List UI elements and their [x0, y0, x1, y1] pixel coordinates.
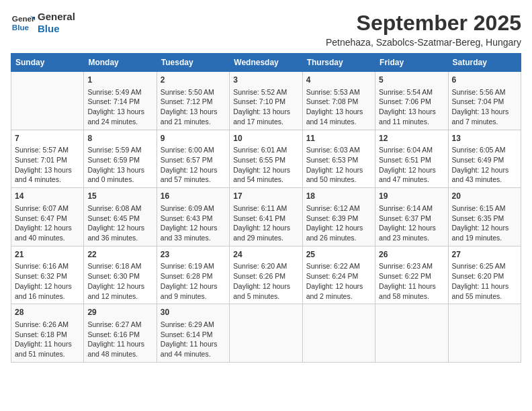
calendar-cell: 7Sunrise: 5:57 AM Sunset: 7:01 PM Daylig… — [11, 130, 84, 188]
day-info: Sunrise: 6:26 AM Sunset: 6:18 PM Dayligh… — [15, 320, 80, 359]
calendar-cell: 10Sunrise: 6:01 AM Sunset: 6:55 PM Dayli… — [230, 130, 302, 188]
day-number: 5 — [379, 75, 444, 86]
day-number: 12 — [379, 133, 444, 144]
calendar-week-row: 7Sunrise: 5:57 AM Sunset: 7:01 PM Daylig… — [11, 130, 521, 188]
svg-text:General: General — [12, 14, 35, 23]
calendar-cell: 17Sunrise: 6:11 AM Sunset: 6:41 PM Dayli… — [230, 188, 302, 246]
calendar-cell: 13Sunrise: 6:05 AM Sunset: 6:49 PM Dayli… — [448, 130, 521, 188]
day-info: Sunrise: 6:05 AM Sunset: 6:49 PM Dayligh… — [452, 145, 517, 185]
calendar-cell — [302, 304, 375, 363]
weekday-header: Monday — [84, 54, 157, 72]
day-number: 3 — [233, 75, 298, 86]
calendar-week-row: 1Sunrise: 5:49 AM Sunset: 7:14 PM Daylig… — [11, 72, 521, 130]
calendar-cell: 16Sunrise: 6:09 AM Sunset: 6:43 PM Dayli… — [157, 188, 229, 246]
logo-text: General Blue — [38, 11, 75, 35]
day-number: 23 — [161, 249, 226, 261]
location-title: Petnehaza, Szabolcs-Szatmar-Bereg, Hunga… — [326, 37, 521, 48]
day-number: 30 — [161, 307, 226, 318]
day-number: 14 — [15, 191, 80, 202]
day-info: Sunrise: 6:07 AM Sunset: 6:47 PM Dayligh… — [15, 203, 80, 243]
day-info: Sunrise: 6:11 AM Sunset: 6:41 PM Dayligh… — [233, 203, 298, 243]
day-number: 26 — [379, 249, 444, 261]
calendar-week-row: 14Sunrise: 6:07 AM Sunset: 6:47 PM Dayli… — [11, 188, 521, 246]
calendar-cell: 24Sunrise: 6:20 AM Sunset: 6:26 PM Dayli… — [230, 246, 302, 304]
calendar-cell: 9Sunrise: 6:00 AM Sunset: 6:57 PM Daylig… — [157, 130, 229, 188]
calendar-week-row: 28Sunrise: 6:26 AM Sunset: 6:18 PM Dayli… — [11, 304, 521, 363]
day-number: 24 — [233, 249, 298, 261]
day-info: Sunrise: 6:27 AM Sunset: 6:16 PM Dayligh… — [87, 320, 152, 359]
calendar-cell: 11Sunrise: 6:03 AM Sunset: 6:53 PM Dayli… — [302, 130, 375, 188]
day-info: Sunrise: 5:49 AM Sunset: 7:14 PM Dayligh… — [87, 87, 152, 127]
calendar-cell: 29Sunrise: 6:27 AM Sunset: 6:16 PM Dayli… — [84, 304, 157, 363]
day-info: Sunrise: 5:59 AM Sunset: 6:59 PM Dayligh… — [87, 145, 152, 185]
day-info: Sunrise: 5:54 AM Sunset: 7:06 PM Dayligh… — [379, 87, 444, 127]
calendar-cell: 26Sunrise: 6:23 AM Sunset: 6:22 PM Dayli… — [375, 246, 448, 304]
day-info: Sunrise: 6:01 AM Sunset: 6:55 PM Dayligh… — [233, 145, 298, 185]
day-info: Sunrise: 6:22 AM Sunset: 6:24 PM Dayligh… — [306, 261, 371, 301]
day-number: 21 — [15, 249, 80, 261]
day-info: Sunrise: 5:50 AM Sunset: 7:12 PM Dayligh… — [161, 87, 226, 127]
day-number: 13 — [452, 133, 517, 144]
weekday-header: Sunday — [11, 54, 84, 72]
day-number: 22 — [87, 249, 152, 261]
calendar-cell: 3Sunrise: 5:52 AM Sunset: 7:10 PM Daylig… — [230, 72, 302, 130]
day-info: Sunrise: 6:16 AM Sunset: 6:32 PM Dayligh… — [15, 261, 80, 301]
header-row: SundayMondayTuesdayWednesdayThursdayFrid… — [11, 54, 521, 72]
logo-general: General — [38, 11, 75, 22]
weekday-header: Saturday — [448, 54, 521, 72]
day-number: 29 — [87, 307, 152, 318]
day-number: 15 — [87, 191, 152, 202]
calendar-cell: 4Sunrise: 5:53 AM Sunset: 7:08 PM Daylig… — [302, 72, 375, 130]
weekday-header: Thursday — [302, 54, 375, 72]
day-info: Sunrise: 5:52 AM Sunset: 7:10 PM Dayligh… — [233, 87, 298, 127]
day-number: 9 — [161, 133, 226, 144]
header: General Blue General Blue September 2025… — [11, 11, 521, 48]
calendar-cell — [11, 72, 84, 130]
day-number: 16 — [161, 191, 226, 202]
day-number: 1 — [87, 75, 152, 86]
calendar-cell: 25Sunrise: 6:22 AM Sunset: 6:24 PM Dayli… — [302, 246, 375, 304]
weekday-header: Friday — [375, 54, 448, 72]
calendar-cell: 8Sunrise: 5:59 AM Sunset: 6:59 PM Daylig… — [84, 130, 157, 188]
logo-icon: General Blue — [11, 11, 35, 35]
weekday-header: Wednesday — [230, 54, 302, 72]
calendar-cell — [448, 304, 521, 363]
svg-text:Blue: Blue — [12, 23, 30, 32]
calendar-cell: 20Sunrise: 6:15 AM Sunset: 6:35 PM Dayli… — [448, 188, 521, 246]
day-number: 19 — [379, 191, 444, 202]
calendar-cell: 5Sunrise: 5:54 AM Sunset: 7:06 PM Daylig… — [375, 72, 448, 130]
day-info: Sunrise: 6:08 AM Sunset: 6:45 PM Dayligh… — [87, 203, 152, 243]
day-number: 25 — [306, 249, 371, 261]
day-number: 27 — [452, 249, 517, 261]
calendar-cell: 18Sunrise: 6:12 AM Sunset: 6:39 PM Dayli… — [302, 188, 375, 246]
day-info: Sunrise: 6:14 AM Sunset: 6:37 PM Dayligh… — [379, 203, 444, 243]
title-area: September 2025 Petnehaza, Szabolcs-Szatm… — [326, 11, 521, 48]
calendar-cell — [230, 304, 302, 363]
day-number: 10 — [233, 133, 298, 144]
day-info: Sunrise: 6:04 AM Sunset: 6:51 PM Dayligh… — [379, 145, 444, 185]
day-info: Sunrise: 6:20 AM Sunset: 6:26 PM Dayligh… — [233, 261, 298, 301]
calendar-cell — [375, 304, 448, 363]
month-title: September 2025 — [326, 11, 521, 36]
day-info: Sunrise: 6:29 AM Sunset: 6:14 PM Dayligh… — [161, 320, 226, 359]
day-info: Sunrise: 5:57 AM Sunset: 7:01 PM Dayligh… — [15, 145, 80, 185]
calendar-cell: 14Sunrise: 6:07 AM Sunset: 6:47 PM Dayli… — [11, 188, 84, 246]
day-info: Sunrise: 6:12 AM Sunset: 6:39 PM Dayligh… — [306, 203, 371, 243]
day-number: 7 — [15, 133, 80, 144]
day-number: 28 — [15, 307, 80, 318]
day-info: Sunrise: 6:03 AM Sunset: 6:53 PM Dayligh… — [306, 145, 371, 185]
calendar-week-row: 21Sunrise: 6:16 AM Sunset: 6:32 PM Dayli… — [11, 246, 521, 304]
day-info: Sunrise: 6:25 AM Sunset: 6:20 PM Dayligh… — [452, 261, 517, 301]
day-number: 6 — [452, 75, 517, 86]
logo: General Blue General Blue — [11, 11, 75, 35]
calendar-cell: 15Sunrise: 6:08 AM Sunset: 6:45 PM Dayli… — [84, 188, 157, 246]
day-info: Sunrise: 5:56 AM Sunset: 7:04 PM Dayligh… — [452, 87, 517, 127]
logo-blue: Blue — [38, 23, 60, 34]
weekday-header: Tuesday — [157, 54, 229, 72]
calendar-cell: 19Sunrise: 6:14 AM Sunset: 6:37 PM Dayli… — [375, 188, 448, 246]
day-number: 4 — [306, 75, 371, 86]
day-number: 2 — [161, 75, 226, 86]
calendar-cell: 22Sunrise: 6:18 AM Sunset: 6:30 PM Dayli… — [84, 246, 157, 304]
calendar-cell: 23Sunrise: 6:19 AM Sunset: 6:28 PM Dayli… — [157, 246, 229, 304]
day-info: Sunrise: 6:15 AM Sunset: 6:35 PM Dayligh… — [452, 203, 517, 243]
